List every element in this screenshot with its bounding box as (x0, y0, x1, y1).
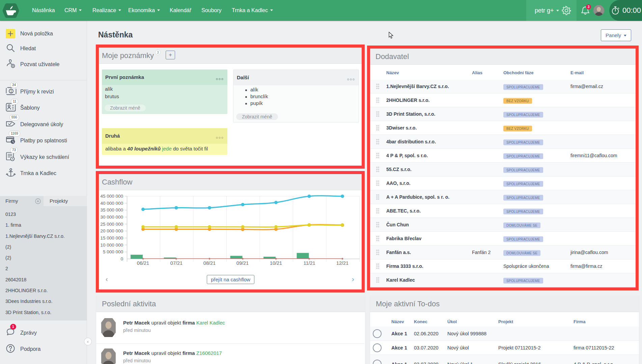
svg-text:10/21: 10/21 (270, 260, 282, 266)
svg-text:1: 1 (10, 89, 12, 93)
svg-text:15 000 000: 15 000 000 (100, 235, 123, 241)
svg-text:09/21: 09/21 (236, 260, 249, 266)
svg-text:30 000 000: 30 000 000 (100, 215, 123, 220)
svg-text:06/21: 06/21 (137, 260, 149, 266)
svg-text:12/21: 12/21 (336, 260, 348, 266)
svg-text:35 000 000: 35 000 000 (100, 207, 123, 213)
svg-text:0: 0 (120, 256, 123, 261)
svg-text:08/21: 08/21 (203, 260, 216, 266)
svg-text:25 000 000: 25 000 000 (100, 222, 123, 227)
svg-text:11/21: 11/21 (303, 260, 315, 266)
svg-text:10 000 000: 10 000 000 (100, 243, 123, 248)
svg-text:45 000 000: 45 000 000 (100, 194, 123, 199)
svg-text:5 000 000: 5 000 000 (103, 249, 123, 254)
svg-text:20 000 000: 20 000 000 (100, 228, 123, 233)
svg-text:40 000 000: 40 000 000 (100, 201, 123, 206)
svg-text:07/21: 07/21 (170, 260, 183, 266)
